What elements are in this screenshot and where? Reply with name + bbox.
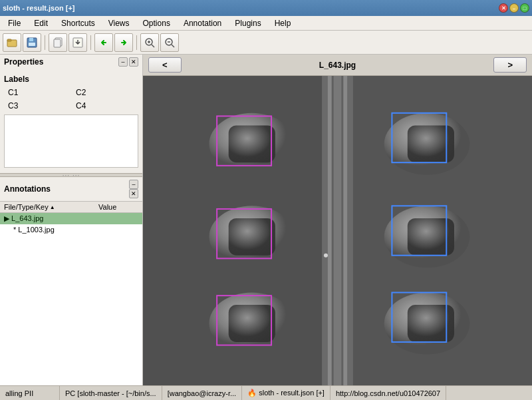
svg-rect-33 — [408, 305, 454, 342]
toolbar-separator-3 — [136, 35, 137, 50]
export-button[interactable] — [68, 33, 87, 52]
properties-section: Properties – ✕ — [0, 55, 142, 72]
toolbar — [0, 31, 532, 55]
menu-annotation[interactable]: Annotation — [178, 17, 227, 29]
save-button[interactable] — [23, 33, 41, 52]
open-button[interactable] — [3, 33, 21, 52]
zoom-in-button[interactable] — [140, 33, 159, 52]
label-c2[interactable]: C2 — [72, 87, 138, 99]
minimize-window-button[interactable]: – — [509, 3, 519, 13]
status-terminal[interactable]: PC [sloth-master - [~/bin/s... — [60, 386, 162, 400]
annotation-row-l1003[interactable]: * L_1003.jpg — [0, 224, 142, 235]
label-c4[interactable]: C4 — [72, 100, 138, 112]
toolbar-separator-2 — [90, 35, 91, 50]
label-c1[interactable]: C1 — [4, 87, 70, 99]
svg-line-14 — [172, 45, 174, 47]
svg-rect-32 — [229, 305, 275, 342]
menu-views[interactable]: Views — [103, 17, 135, 29]
image-display — [143, 76, 532, 385]
menu-edit[interactable]: Edit — [29, 17, 53, 29]
annotations-collapse-button[interactable]: – — [129, 180, 138, 189]
status-url: http://blog.csdn.net/u010472607 — [331, 386, 446, 400]
labels-grid: C1 C2 C3 C4 — [4, 87, 138, 112]
svg-rect-6 — [54, 39, 61, 47]
arrow-right-button[interactable] — [114, 33, 133, 52]
center-panel: < L_643.jpg > — [143, 55, 532, 385]
svg-rect-30 — [229, 218, 275, 256]
svg-rect-29 — [408, 125, 454, 162]
menu-bar: File Edit Shortcuts Views Options Annota… — [0, 16, 532, 31]
annotation-row-l643[interactable]: ▶ L_643.jpg — [0, 213, 142, 224]
svg-rect-1 — [7, 39, 11, 41]
svg-point-34 — [324, 254, 328, 258]
image-filename: L_643.jpg — [319, 61, 356, 70]
annotations-header: Annotations – ✕ — [0, 177, 142, 202]
title-bar-text: sloth - result.json [+] — [3, 4, 74, 12]
title-bar: sloth - result.json [+] ✕ – □ — [0, 0, 532, 16]
status-app[interactable]: 🔥 sloth - result.json [+] — [242, 386, 331, 400]
svg-rect-31 — [408, 218, 454, 256]
col-file-type-key: File/Type/Key ▲ — [4, 203, 98, 211]
properties-close-button[interactable]: ✕ — [129, 57, 138, 67]
svg-rect-3 — [29, 38, 33, 41]
zoom-out-button[interactable] — [160, 33, 179, 52]
labels-color-box — [4, 114, 138, 168]
annotation-filename-l1003: * L_1003.jpg — [4, 226, 98, 234]
image-navigation: < L_643.jpg > — [143, 55, 532, 76]
prev-image-button[interactable]: < — [148, 57, 182, 73]
annotations-table-header: File/Type/Key ▲ Value — [0, 202, 142, 213]
annotation-filename-l643: ▶ L_643.jpg — [4, 214, 98, 223]
annotations-close-button[interactable]: ✕ — [129, 189, 138, 198]
next-image-button[interactable]: > — [493, 57, 527, 73]
main-area: Properties – ✕ Labels C1 C2 C3 C4 ··· ··… — [0, 55, 532, 385]
menu-shortcuts[interactable]: Shortcuts — [56, 17, 100, 29]
copy-button[interactable] — [49, 33, 67, 52]
status-bar: alling PII PC [sloth-master - [~/bin/s..… — [0, 385, 532, 400]
window-controls: ✕ – □ — [499, 3, 529, 13]
arrow-left-button[interactable] — [94, 33, 113, 52]
menu-help[interactable]: Help — [269, 17, 297, 29]
maximize-window-button[interactable]: □ — [520, 3, 529, 13]
properties-title: Properties — [4, 57, 43, 67]
svg-rect-21 — [334, 76, 342, 385]
annotations-title: Annotations — [4, 184, 51, 194]
svg-rect-28 — [229, 125, 275, 162]
sort-arrow-icon: ▲ — [50, 204, 55, 210]
image-canvas-area[interactable] — [143, 76, 532, 385]
labels-section: Labels C1 C2 C3 C4 — [0, 72, 142, 173]
left-panel: Properties – ✕ Labels C1 C2 C3 C4 ··· ··… — [0, 55, 143, 385]
close-window-button[interactable]: ✕ — [499, 3, 508, 13]
menu-file[interactable]: File — [3, 17, 26, 29]
annotations-list: ▶ L_643.jpg * L_1003.jpg — [0, 213, 142, 385]
properties-controls: – ✕ — [118, 57, 138, 67]
annotations-section: Annotations – ✕ File/Type/Key ▲ Value ▶ … — [0, 177, 142, 385]
svg-rect-4 — [29, 43, 35, 46]
labels-title: Labels — [4, 75, 138, 84]
svg-line-10 — [152, 45, 154, 47]
toolbar-separator-1 — [45, 35, 45, 50]
annotations-controls: – ✕ — [129, 180, 138, 198]
label-c3[interactable]: C3 — [4, 100, 70, 112]
properties-collapse-button[interactable]: – — [118, 57, 128, 67]
properties-header: Properties – ✕ — [4, 57, 138, 67]
status-user[interactable]: [wangbao@icrazy-r... — [162, 386, 243, 400]
col-value: Value — [98, 203, 138, 211]
menu-plugins[interactable]: Plugins — [229, 17, 266, 29]
status-calling-pii: alling PII — [0, 386, 60, 400]
menu-options[interactable]: Options — [138, 17, 176, 29]
